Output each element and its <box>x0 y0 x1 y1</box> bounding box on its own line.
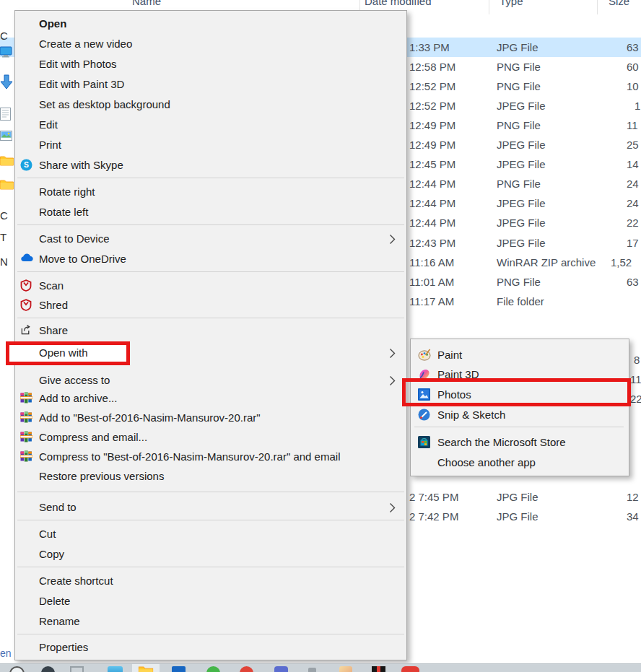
security-app-icon[interactable] <box>372 666 385 672</box>
menu-item-properties[interactable]: Properties <box>14 637 407 658</box>
file-size: 24 <box>627 174 639 193</box>
menu-separator <box>17 492 404 492</box>
menu-item-label: Add to archive... <box>39 388 117 409</box>
column-divider <box>489 0 489 14</box>
winrar-icon <box>20 411 34 424</box>
taskbar <box>0 663 641 672</box>
menu-item-print[interactable]: Print <box>14 135 407 155</box>
menu-item-scan[interactable]: Scan <box>14 276 407 296</box>
menu-item-rename[interactable]: Rename <box>14 611 407 632</box>
nav-item-partial[interactable]: C <box>0 210 8 222</box>
task-view-icon[interactable] <box>70 666 84 672</box>
column-header-size[interactable]: Size <box>609 0 629 7</box>
menu-item-send-to[interactable]: Send to <box>14 497 407 518</box>
submenu-item-label: Search the Microsoft Store <box>437 432 566 453</box>
winrar-icon <box>20 392 34 405</box>
submenu-item-choose-another-app[interactable]: Choose another app <box>410 453 629 473</box>
downloads-icon[interactable] <box>0 74 13 93</box>
menu-item-delete[interactable]: Delete <box>14 591 407 611</box>
file-size: 22 <box>627 213 639 232</box>
file-date-modified: 2 7:42 PM <box>409 507 458 526</box>
nav-item-partial[interactable]: C <box>0 30 8 42</box>
menu-item-label: Create shortcut <box>39 571 113 591</box>
file-size: 12 <box>627 487 639 507</box>
menu-item-label: Compress and email... <box>39 427 147 448</box>
menu-item-label: Properties <box>39 637 88 658</box>
file-size: 63 <box>627 272 639 292</box>
file-size-partial: 11 <box>630 370 641 389</box>
folder-icon[interactable] <box>0 179 14 193</box>
file-date-modified: 11:17 AM <box>409 292 454 311</box>
gray-app-icon[interactable] <box>308 668 316 672</box>
this-pc-icon[interactable] <box>0 45 13 61</box>
menu-item-restore-previous-versions[interactable]: Restore previous versions <box>14 466 407 486</box>
menu-item-label: Edit with Photos <box>39 54 117 74</box>
file-date-modified: 11:01 AM <box>409 272 454 292</box>
menu-item-label: Scan <box>39 276 64 296</box>
browser-icon[interactable] <box>41 666 55 672</box>
menu-item-share[interactable]: Share <box>14 320 407 341</box>
winrar-icon <box>20 450 34 463</box>
folder-icon[interactable] <box>0 155 14 169</box>
submenu-arrow-icon <box>389 375 396 389</box>
word-app-icon[interactable] <box>172 666 186 672</box>
paint-app-icon[interactable] <box>339 666 352 672</box>
menu-item-edit[interactable]: Edit <box>14 115 407 135</box>
menu-item-create-a-new-video[interactable]: Create a new video <box>14 34 407 54</box>
file-type: PNG File <box>497 272 541 292</box>
menu-item-open-with[interactable]: Open with <box>14 343 407 363</box>
documents-icon[interactable] <box>0 108 11 123</box>
file-type: PNG File <box>497 57 541 77</box>
column-header-name[interactable]: Name <box>132 0 161 7</box>
menu-item-create-shortcut[interactable]: Create shortcut <box>14 571 407 591</box>
file-date-modified: 12:58 PM <box>409 57 455 77</box>
column-header-type[interactable]: Type <box>500 0 523 7</box>
menu-item-open[interactable]: Open <box>14 14 407 34</box>
purple-app-icon[interactable] <box>274 666 288 672</box>
file-type: JPG File <box>497 38 538 57</box>
menu-item-compress-and-email[interactable]: Compress and email... <box>14 427 407 448</box>
submenu-item-label: Choose another app <box>437 453 536 473</box>
menu-item-label: Compress to "Best-of-2016-Nasim-Mansurov… <box>39 447 340 467</box>
menu-item-give-access-to[interactable]: Give access to <box>14 370 407 390</box>
skype-icon: S <box>20 159 34 172</box>
menu-item-share-with-skype[interactable]: SShare with Skype <box>14 155 407 175</box>
menu-item-copy[interactable]: Copy <box>14 544 407 564</box>
media-app-icon[interactable] <box>401 666 419 672</box>
menu-item-rotate-left[interactable]: Rotate left <box>14 202 407 222</box>
menu-item-edit-with-paint-3d[interactable]: Edit with Paint 3D <box>14 74 407 95</box>
nav-item-partial[interactable]: N <box>0 256 8 268</box>
green-app-icon[interactable] <box>206 666 220 672</box>
menu-item-cast-to-device[interactable]: Cast to Device <box>14 229 407 249</box>
submenu-arrow-icon <box>389 234 396 248</box>
winrar-icon <box>20 431 34 444</box>
menu-item-set-as-desktop-background[interactable]: Set as desktop background <box>14 95 407 115</box>
menu-item-shred[interactable]: Shred <box>14 295 407 315</box>
mcafee-shield-icon <box>20 299 34 312</box>
submenu-item-paint[interactable]: Paint <box>410 345 629 365</box>
file-size: 1,52 <box>611 253 632 272</box>
menu-item-add-to-archive[interactable]: Add to archive... <box>14 388 407 409</box>
nav-item-partial[interactable]: T <box>0 232 6 243</box>
submenu-item-search-the-microsoft-store[interactable]: Search the Microsoft Store <box>410 432 629 453</box>
pictures-icon[interactable] <box>0 131 12 144</box>
mail-app-icon[interactable] <box>108 666 123 672</box>
file-type: JPEG File <box>497 96 546 115</box>
red-app-icon[interactable] <box>240 666 253 672</box>
menu-item-rotate-right[interactable]: Rotate right <box>14 182 407 202</box>
status-partial-text: en <box>0 647 12 659</box>
file-size-partial: 8 <box>634 350 640 370</box>
file-explorer-icon[interactable] <box>138 666 154 672</box>
menu-item-move-to-onedrive[interactable]: Move to OneDrive <box>14 249 407 269</box>
menu-item-cut[interactable]: Cut <box>14 524 407 544</box>
menu-item-compress-to-best-of-2016-nas[interactable]: Compress to "Best-of-2016-Nasim-Mansurov… <box>14 447 407 467</box>
submenu-item-snip-sketch[interactable]: Snip & Sketch <box>410 405 629 425</box>
file-size: 60 <box>627 57 639 77</box>
column-header-date-modified[interactable]: Date modified <box>365 0 432 7</box>
snip-sketch-icon <box>418 409 432 422</box>
menu-item-label: Share <box>39 320 68 341</box>
menu-item-edit-with-photos[interactable]: Edit with Photos <box>14 54 407 74</box>
cortana-icon[interactable] <box>9 666 25 672</box>
file-type: PNG File <box>497 77 541 96</box>
menu-item-add-to-best-of-2016-nasim-ma[interactable]: Add to "Best-of-2016-Nasim-Mansurov-20.r… <box>14 408 407 428</box>
